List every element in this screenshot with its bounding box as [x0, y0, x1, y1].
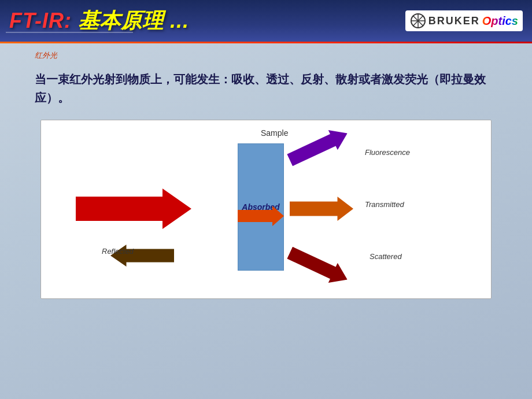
- scattered-arrow-shape: [285, 243, 352, 290]
- bruker-icon: [410, 13, 426, 29]
- fluorescence-container: [290, 149, 353, 171]
- incident-beam-label: Incident beam: [115, 268, 165, 277]
- bruker-text: BRUKER: [428, 15, 480, 27]
- incident-arrow-shape: [76, 189, 191, 229]
- title-prefix: FT-IR:: [9, 9, 78, 32]
- section-label: 红外光: [35, 50, 497, 61]
- reflected-label: Reflected: [102, 247, 134, 256]
- sample-rect: Absorbed: [238, 143, 284, 271]
- content-area: 红外光 当一束红外光射到物质上，可能发生：吸收、透过、反射、散射或者激发荧光（即…: [0, 43, 532, 311]
- header-bar: FT-IR: 基本原理 ... BRUKER Optics: [0, 0, 532, 42]
- scattered-container: [290, 242, 353, 264]
- diagram-box: Sample Absorbed Incident beam Transmitte…: [40, 120, 492, 299]
- header-decoration: [6, 32, 133, 33]
- scattered-label: Scattered: [370, 252, 402, 261]
- sample-label: Sample: [261, 128, 288, 138]
- optics-text: Optics: [482, 14, 518, 28]
- transmitted-container: [290, 197, 353, 221]
- fluorescence-label: Fluorescence: [365, 148, 410, 157]
- description-text: 当一束红外光射到物质上，可能发生：吸收、透过、反射、散射或者激发荧光（即拉曼效应…: [35, 70, 497, 107]
- logo-area: BRUKER Optics: [405, 10, 523, 31]
- fluorescence-arrow-shape: [285, 123, 352, 170]
- title-area: FT-IR: 基本原理 ...: [9, 7, 189, 35]
- title-chinese: 基本原理 ...: [78, 9, 189, 32]
- incident-beam-arrow: Incident beam: [76, 189, 191, 229]
- transmitted-label: Transmitted: [365, 200, 404, 209]
- transmitted-arrow-shape: [290, 197, 353, 221]
- slide-title: FT-IR: 基本原理 ...: [9, 7, 189, 35]
